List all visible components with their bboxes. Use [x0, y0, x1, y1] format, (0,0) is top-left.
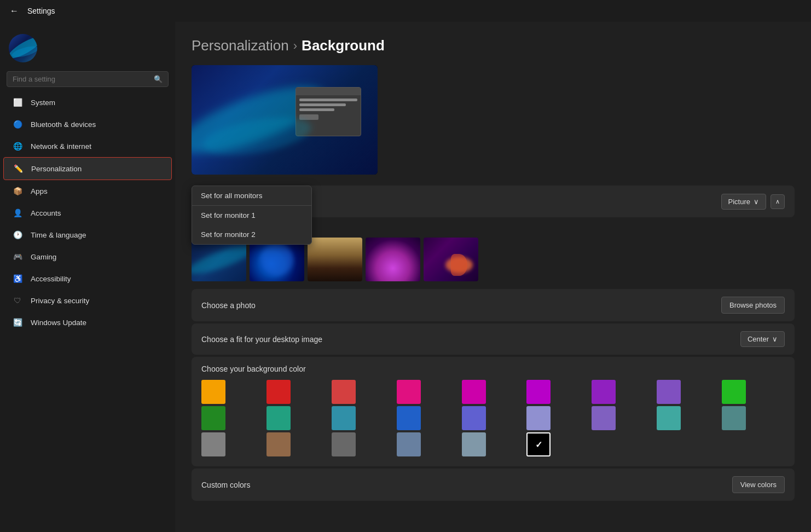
sidebar-item-system[interactable]: ⬜ System: [3, 91, 172, 113]
color-swatch-6[interactable]: [592, 380, 616, 404]
sidebar-item-accounts[interactable]: 👤 Accounts: [3, 202, 172, 224]
color-swatch-19[interactable]: [267, 432, 291, 456]
sidebar-label-personalization: Personalization: [31, 165, 82, 173]
recent-image-3[interactable]: [308, 238, 362, 281]
sidebar-label-accounts: Accounts: [31, 209, 61, 217]
preview-window-content: [296, 95, 361, 123]
color-swatch-3[interactable]: [397, 380, 421, 404]
recent-image-4[interactable]: [366, 238, 420, 281]
color-swatch-22[interactable]: [462, 432, 486, 456]
choose-fit-row: Choose a fit for your desktop image Cent…: [192, 323, 795, 355]
avatar: [9, 34, 37, 62]
color-swatch-15[interactable]: [592, 406, 616, 430]
sidebar-item-privacy[interactable]: 🛡 Privacy & security: [3, 290, 172, 311]
sidebar-item-bluetooth[interactable]: 🔵 Bluetooth & devices: [3, 113, 172, 135]
sidebar-label-gaming: Gaming: [31, 253, 56, 261]
color-swatch-2[interactable]: [332, 380, 356, 404]
view-colors-button[interactable]: View colors: [732, 476, 785, 493]
set-monitor-2[interactable]: Set for monitor 2: [192, 225, 311, 244]
search-box[interactable]: 🔍: [7, 71, 169, 87]
update-icon: 🔄: [12, 317, 23, 328]
color-swatch-10[interactable]: [267, 406, 291, 430]
desktop-preview: [192, 65, 378, 175]
color-swatch-21[interactable]: [397, 432, 421, 456]
color-swatch-16[interactable]: [657, 406, 681, 430]
monitor-popup: Set for all monitors Set for monitor 1 S…: [192, 186, 312, 245]
set-monitor-1[interactable]: Set for monitor 1: [192, 206, 311, 225]
preview-line-1: [299, 99, 357, 101]
fit-chevron-down-icon: ∨: [772, 335, 778, 343]
color-swatch-7[interactable]: [657, 380, 681, 404]
color-swatch-1[interactable]: [267, 380, 291, 404]
sidebar-item-apps[interactable]: 📦 Apps: [3, 180, 172, 202]
app-title: Settings: [27, 7, 55, 15]
breadcrumb: Personalization › Background: [192, 22, 795, 65]
preview-window-titlebar: [296, 88, 361, 95]
breadcrumb-parent: Personalization: [192, 37, 289, 54]
preview-line-2: [299, 103, 346, 106]
color-swatch-20[interactable]: [332, 432, 356, 456]
sidebar-item-time[interactable]: 🕐 Time & language: [3, 224, 172, 246]
set-all-monitors[interactable]: Set for all monitors: [192, 186, 311, 206]
sidebar-label-time: Time & language: [31, 231, 86, 239]
search-icon: 🔍: [154, 75, 163, 83]
color-swatch-17[interactable]: [722, 406, 746, 430]
color-swatch-4[interactable]: [462, 380, 486, 404]
time-icon: 🕐: [12, 229, 23, 240]
color-swatch-23[interactable]: [526, 432, 551, 456]
custom-colors-row: Custom colors View colors: [192, 469, 795, 501]
apps-icon: 📦: [12, 186, 23, 196]
sidebar-label-bluetooth: Bluetooth & devices: [31, 120, 96, 129]
titlebar: ← Settings: [0, 0, 811, 22]
background-type-dropdown[interactable]: Picture ∨: [721, 194, 766, 210]
color-swatch-12[interactable]: [397, 406, 421, 430]
choose-fit-label: Choose a fit for your desktop image: [201, 335, 322, 344]
sidebar-label-system: System: [31, 99, 55, 107]
preview-window: [296, 87, 361, 136]
app-body: 🔍 ⬜ System 🔵 Bluetooth & devices 🌐 Netwo…: [0, 22, 811, 532]
color-swatch-11[interactable]: [332, 406, 356, 430]
user-section: [0, 27, 175, 71]
accessibility-icon: ♿: [12, 273, 23, 284]
choose-photo-section: Choose a photo Browse photos: [192, 289, 795, 321]
choose-photo-row: Choose a photo Browse photos: [192, 289, 795, 321]
browse-photos-button[interactable]: Browse photos: [721, 297, 785, 314]
main-content: Personalization › Background: [175, 22, 811, 532]
color-section-title: Choose your background color: [201, 365, 306, 373]
sidebar-item-gaming[interactable]: 🎮 Gaming: [3, 246, 172, 268]
color-section-header: Choose your background color: [201, 365, 785, 373]
color-swatch-14[interactable]: [526, 406, 551, 430]
sidebar: 🔍 ⬜ System 🔵 Bluetooth & devices 🌐 Netwo…: [0, 22, 175, 532]
sidebar-label-accessibility: Accessibility: [31, 275, 71, 283]
accounts-icon: 👤: [12, 207, 23, 218]
sidebar-item-personalization[interactable]: ✏️ Personalization: [3, 157, 172, 180]
background-row-right: Picture ∨ ∧: [721, 194, 785, 210]
color-swatch-8[interactable]: [722, 380, 746, 404]
color-swatch-0[interactable]: [201, 380, 225, 404]
system-icon: ⬜: [12, 97, 23, 108]
sidebar-label-privacy: Privacy & security: [31, 297, 89, 305]
privacy-icon: 🛡: [12, 295, 23, 306]
background-collapse-btn[interactable]: ∧: [771, 194, 785, 209]
sidebar-item-network[interactable]: 🌐 Network & internet: [3, 135, 172, 157]
sidebar-item-accessibility[interactable]: ♿ Accessibility: [3, 268, 172, 290]
background-type-value: Picture: [728, 198, 750, 206]
sidebar-item-windows-update[interactable]: 🔄 Windows Update: [3, 311, 172, 333]
search-input[interactable]: [13, 75, 149, 83]
color-swatch-5[interactable]: [526, 380, 551, 404]
gaming-icon: 🎮: [12, 251, 23, 262]
preview-wallpaper: [192, 65, 378, 175]
color-swatch-13[interactable]: [462, 406, 486, 430]
color-section: Choose your background color: [192, 357, 795, 466]
color-swatch-9[interactable]: [201, 406, 225, 430]
fit-dropdown[interactable]: Center ∨: [740, 331, 785, 347]
network-icon: 🌐: [12, 141, 23, 152]
preview-line-3: [299, 108, 334, 111]
breadcrumb-current: Background: [302, 37, 385, 54]
bluetooth-icon: 🔵: [12, 119, 23, 130]
custom-colors-label: Custom colors: [201, 481, 250, 489]
back-button[interactable]: ←: [7, 3, 22, 19]
color-swatch-18[interactable]: [201, 432, 225, 456]
sidebar-label-network: Network & internet: [31, 142, 91, 151]
recent-image-5[interactable]: [424, 238, 478, 281]
